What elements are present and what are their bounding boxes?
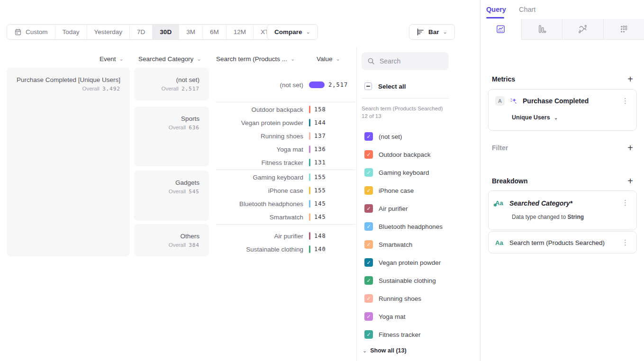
tab-insights[interactable]: [481, 19, 521, 40]
value-text: 148: [314, 233, 326, 239]
date-range-3m[interactable]: 3M: [179, 25, 203, 39]
checked-checkbox-icon: ✓: [364, 204, 373, 213]
bar-row: (not set)2,517: [216, 78, 348, 91]
add-breakdown-button[interactable]: +: [626, 176, 635, 186]
select-all-checkbox[interactable]: Select all: [364, 82, 480, 90]
checked-checkbox-icon: ✓: [364, 222, 373, 231]
bar-group: Air purifier148Sustainable clothing140: [216, 224, 355, 261]
value-text: 145: [314, 200, 326, 207]
overall-label: Overall: [169, 189, 186, 194]
tab-funnels[interactable]: [521, 19, 562, 40]
tab-chart[interactable]: Chart: [519, 6, 535, 13]
value-bar: [309, 200, 310, 208]
metric-card[interactable]: A Purchase Completed ⋮ Unique Users ⌄: [488, 89, 637, 131]
value-text: 155: [314, 187, 326, 194]
search-term-label: (not set): [216, 81, 303, 89]
search-placeholder: Search: [380, 57, 400, 65]
checked-checkbox-icon: ✓: [364, 150, 373, 159]
bar-row: iPhone case155: [216, 184, 355, 197]
tab-query[interactable]: Query: [486, 6, 506, 13]
date-range-today[interactable]: Today: [55, 25, 87, 39]
column-header-search-term[interactable]: Search term (Products ... ⌄: [216, 55, 295, 63]
compare-button[interactable]: Compare ⌄: [267, 24, 318, 40]
note-prefix: Data type changed to: [512, 214, 567, 220]
breakdown-card-searched-category[interactable]: Aa✱ Searched Category* ⋮ Data type chang…: [488, 190, 637, 230]
bar-row: Sustainable clothing140: [216, 243, 355, 256]
chart-type-button[interactable]: Bar ⌄: [409, 24, 455, 40]
add-filter-button[interactable]: +: [626, 143, 635, 153]
show-all-button[interactable]: ⌄ Show all (13): [363, 347, 480, 354]
chevron-down-icon: ⌄: [197, 56, 201, 62]
series-checkbox-item[interactable]: ✓Air purifier: [357, 199, 480, 217]
series-checkbox-item[interactable]: ✓Sustainable clothing: [357, 271, 480, 289]
date-range-30d[interactable]: 30D: [153, 25, 179, 39]
horizontal-bar-icon: [417, 28, 425, 36]
aggregation-label: Unique Users: [512, 114, 550, 121]
column-header-value[interactable]: Value ⌄: [317, 55, 340, 63]
search-term-label: Fitness tracker: [216, 159, 303, 166]
bar-row: Running shoes137: [216, 129, 355, 143]
series-checkbox-item[interactable]: ✓Fitness tracker: [357, 325, 480, 343]
category-name: Sports: [140, 115, 200, 123]
value-text: 144: [314, 119, 326, 126]
series-checkbox-item[interactable]: ✓Outdoor backpack: [357, 145, 480, 163]
breakdown-property-name: Searched Category*: [509, 199, 616, 207]
value-bar: [309, 106, 310, 113]
query-panel: Query Chart: [480, 0, 644, 361]
series-checkbox-item[interactable]: ✓Running shoes: [357, 289, 480, 307]
checked-checkbox-icon: ✓: [364, 186, 373, 195]
date-range-label: Custom: [26, 28, 48, 36]
modified-star-icon: ✱: [493, 203, 497, 208]
series-label: Vegan protein powder: [379, 259, 441, 266]
add-metric-button[interactable]: +: [626, 74, 635, 84]
category-overall: Overall384: [140, 242, 200, 248]
chevron-down-icon: ⌄: [336, 56, 340, 62]
breakdown-heading: Breakdown: [492, 177, 527, 185]
date-range-7d[interactable]: 7D: [130, 25, 153, 39]
date-range-yesterday[interactable]: Yesterday: [87, 25, 130, 39]
series-checkbox-item[interactable]: ✓iPhone case: [357, 181, 480, 199]
kebab-menu-icon[interactable]: ⋮: [621, 199, 630, 208]
note-bold: String: [567, 214, 584, 220]
overall-value: 3,492: [102, 86, 120, 92]
chevron-down-icon: ⌄: [363, 348, 367, 353]
series-checkbox-item[interactable]: ✓Bluetooth headphones: [357, 217, 480, 235]
overall-value: 384: [189, 242, 200, 248]
series-list: ✓(not set)✓Outdoor backpack✓Gaming keybo…: [357, 127, 480, 343]
breakdown-property-name: Search term (Products Searched): [509, 239, 616, 246]
series-checkbox-item[interactable]: ✓Smartwatch: [357, 235, 480, 253]
date-range-12m[interactable]: 12M: [227, 25, 254, 39]
series-checkbox-item[interactable]: ✓(not set): [357, 127, 480, 145]
search-term-label: Running shoes: [216, 133, 303, 140]
bar-group: Gaming keyboard155iPhone case155Bluetoot…: [216, 170, 355, 224]
value-text: 145: [314, 214, 326, 220]
date-range-custom[interactable]: Custom: [7, 25, 55, 39]
show-all-label: Show all (13): [370, 347, 406, 354]
search-input[interactable]: Search: [362, 52, 449, 70]
tab-flows[interactable]: [562, 19, 603, 40]
value-bar: [309, 119, 310, 126]
series-label: Outdoor backpack: [379, 151, 431, 158]
column-header-event[interactable]: Event ⌄: [100, 55, 124, 63]
category-cell: GadgetsOverall545: [134, 171, 209, 221]
insights-icon: [495, 24, 506, 35]
checked-checkbox-icon: ✓: [364, 330, 373, 339]
event-cell: Purchase Completed [Unique Users] Overal…: [7, 68, 130, 256]
breakdown-card-search-term[interactable]: Aa Search term (Products Searched) ⋮: [488, 231, 637, 253]
tab-retention[interactable]: [603, 19, 644, 40]
column-header-searched-category[interactable]: Searched Category ⌄: [138, 55, 201, 63]
series-checkbox-item[interactable]: ✓Yoga mat: [357, 307, 480, 325]
overall-value: 2,517: [181, 86, 200, 92]
kebab-menu-icon[interactable]: ⋮: [621, 97, 630, 106]
series-label: (not set): [379, 133, 402, 140]
aggregation-dropdown[interactable]: Unique Users ⌄: [512, 114, 558, 121]
date-range-6m[interactable]: 6M: [203, 25, 227, 39]
series-checkbox-item[interactable]: ✓Gaming keyboard: [357, 163, 480, 181]
calendar-icon: [14, 28, 22, 36]
value-text: 137: [314, 133, 326, 139]
event-sparkle-icon: [509, 97, 518, 105]
date-range-label: 3M: [186, 28, 195, 36]
series-label: Smartwatch: [379, 241, 412, 248]
kebab-menu-icon[interactable]: ⋮: [621, 238, 630, 247]
series-checkbox-item[interactable]: ✓Vegan protein powder: [357, 253, 480, 271]
